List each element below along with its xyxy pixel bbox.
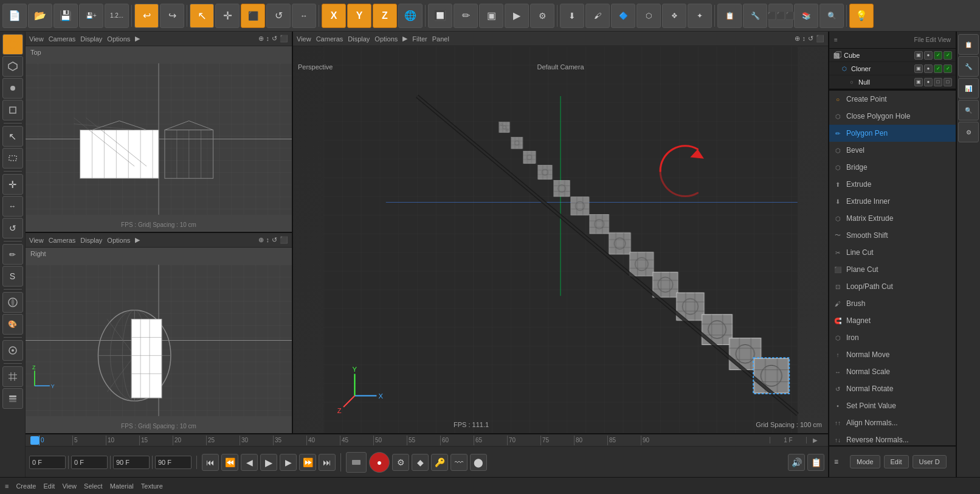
loop-path-cut-item[interactable]: ⊡ Loop/Path Cut xyxy=(829,278,956,295)
options-timeline-button[interactable]: ⚙ xyxy=(392,454,409,471)
brush-item[interactable]: 🖌 Brush xyxy=(829,295,956,312)
spline-button[interactable]: S xyxy=(2,266,23,287)
attr-button[interactable]: 🔧 xyxy=(743,4,767,28)
cube-green-button[interactable]: ✓ xyxy=(934,51,942,60)
persp-full-icon[interactable]: ⬛ xyxy=(816,35,824,43)
far-right-btn-1[interactable]: 📋 xyxy=(958,34,979,55)
material-button[interactable] xyxy=(2,292,23,313)
record-button[interactable]: ● xyxy=(369,452,390,473)
top-full-icon[interactable]: ⬛ xyxy=(280,35,288,43)
plane-cut-item[interactable]: ⬛ Plane Cut xyxy=(829,261,956,278)
top-cameras-menu[interactable]: Cameras xyxy=(49,35,76,43)
right-rot-icon[interactable]: ↺ xyxy=(272,236,277,244)
cloner-vis-button[interactable]: ▣ xyxy=(914,64,923,73)
layers2-button[interactable] xyxy=(2,388,23,409)
right-pan-icon[interactable]: ⊕ xyxy=(258,236,264,244)
anim2-button[interactable]: ⬛⬛⬛ xyxy=(768,4,793,28)
timeline-cursor[interactable] xyxy=(30,436,39,445)
null-object-item[interactable]: ○ Null ▣ ● □ □ xyxy=(829,75,956,89)
right-options-menu[interactable]: Options xyxy=(107,237,130,244)
move-tool-button[interactable]: ↩ xyxy=(134,4,159,28)
set-point-value-item[interactable]: • Set Point Value xyxy=(829,397,956,414)
tick-75[interactable]: 75 xyxy=(540,436,574,445)
right-view-menu[interactable]: View xyxy=(29,237,44,244)
smooth-shift-item[interactable]: 〜 Smooth Shift xyxy=(829,227,956,244)
prev-key-button[interactable]: ⏪ xyxy=(221,454,238,471)
world-button[interactable]: 🌐 xyxy=(398,4,423,28)
view3d-button[interactable]: 🔲 xyxy=(428,4,452,28)
select-button[interactable]: ↖ xyxy=(190,4,214,28)
pen-tool-button[interactable]: ✏ xyxy=(2,244,23,265)
render-settings-button[interactable]: ⚙ xyxy=(530,4,554,28)
move-tool2-button[interactable]: ✛ xyxy=(2,174,23,195)
tick-45[interactable]: 45 xyxy=(340,436,373,445)
redo-button[interactable]: ↪ xyxy=(160,4,184,28)
top-viewport[interactable]: View Cameras Display Options ▶ ⊕ ↕ ↺ ⬛ T… xyxy=(26,32,292,233)
user-d-button[interactable]: User D xyxy=(913,455,947,468)
null-grey-button[interactable]: □ xyxy=(934,78,942,86)
timeline-motion-button[interactable]: 〰 xyxy=(450,454,468,471)
tick-10[interactable]: 10 xyxy=(106,436,139,445)
right-display-menu[interactable]: Display xyxy=(80,237,102,244)
bottom-texture-menu[interactable]: Texture xyxy=(141,482,163,490)
extrude-inner-item[interactable]: ⬇ Extrude Inner xyxy=(829,193,956,210)
extrude-item[interactable]: ⬆ Extrude xyxy=(829,176,956,193)
next-key-button[interactable]: ⏩ xyxy=(299,454,316,471)
goto-start-button[interactable]: ⏮ xyxy=(202,454,219,471)
rotate-button[interactable]: ↺ xyxy=(266,4,291,28)
texture-button[interactable]: 🎨 xyxy=(2,314,23,335)
tick-35[interactable]: 35 xyxy=(273,436,306,445)
rp-collapse-icon[interactable]: ≡ xyxy=(834,457,846,466)
top-rot-icon[interactable]: ↺ xyxy=(272,35,277,43)
tick-80[interactable]: 80 xyxy=(574,436,607,445)
top-options-menu[interactable]: Options xyxy=(107,35,130,43)
edge-mode-button[interactable] xyxy=(2,56,23,77)
right-full-icon[interactable]: ⬛ xyxy=(280,236,288,244)
line-cut-item[interactable]: ✂ Line Cut xyxy=(829,244,956,261)
render-prev-button[interactable]: ▣ xyxy=(479,4,503,28)
tick-30[interactable]: 30 xyxy=(240,436,273,445)
tick-65[interactable]: 65 xyxy=(474,436,507,445)
tick-40[interactable]: 40 xyxy=(306,436,340,445)
bevel-item[interactable]: ⬡ Bevel xyxy=(829,142,956,159)
z-axis-button[interactable]: Z xyxy=(373,4,397,28)
save-incr-button[interactable]: 💾+ xyxy=(79,4,103,28)
tick-55[interactable]: 55 xyxy=(407,436,440,445)
fps-input[interactable] xyxy=(155,456,192,469)
null-render-button[interactable]: ● xyxy=(924,78,933,86)
scale-tool-button[interactable]: ↔ xyxy=(2,196,23,217)
bottom-select-menu[interactable]: Select xyxy=(84,482,103,490)
cloner-green-button[interactable]: ✓ xyxy=(934,64,942,73)
timeline-key-button[interactable]: 🔑 xyxy=(431,454,448,471)
tick-5[interactable]: 5 xyxy=(72,436,106,445)
cube-render-button[interactable]: ● xyxy=(924,51,933,60)
persp-options-menu[interactable]: Options xyxy=(374,35,398,43)
cube-green2-button[interactable]: ✓ xyxy=(944,51,952,60)
tick-60[interactable]: 60 xyxy=(440,436,474,445)
persp-pan-icon[interactable]: ⊕ xyxy=(795,35,800,43)
cloner-render-button[interactable]: ● xyxy=(924,64,933,73)
y-axis-button[interactable]: Y xyxy=(347,4,371,28)
cube-object-item[interactable]: Cube ▣ ● ✓ ✓ xyxy=(829,49,956,62)
mograph-button[interactable]: ❖ xyxy=(662,4,686,28)
object-manager-button[interactable]: 📋 xyxy=(717,4,742,28)
paint-button[interactable]: ✏ xyxy=(454,4,478,28)
right-expand[interactable]: ▶ xyxy=(135,236,140,244)
layers-button[interactable]: 📚 xyxy=(794,4,818,28)
hair-button[interactable]: ⬡ xyxy=(637,4,661,28)
start-frame-input[interactable] xyxy=(71,456,108,469)
bottom-edit-menu[interactable]: Edit xyxy=(43,482,55,490)
point-mode-button[interactable] xyxy=(2,78,23,99)
bridge-item[interactable]: ⬡ Bridge xyxy=(829,159,956,176)
snap-button[interactable] xyxy=(2,340,23,361)
top-zoom-icon[interactable]: ↕ xyxy=(266,35,270,43)
align-normals-item[interactable]: ↑↑ Align Normals... xyxy=(829,414,956,431)
playback-icon-button[interactable] xyxy=(346,452,367,473)
normal-move-item[interactable]: ↑ Normal Move xyxy=(829,346,956,363)
null-vis-button[interactable]: ▣ xyxy=(914,78,923,86)
end-frame-input[interactable] xyxy=(113,456,150,469)
step-back-button[interactable]: ◀ xyxy=(241,454,258,471)
tick-90[interactable]: 90 xyxy=(641,436,674,445)
step-forward-button[interactable]: ▶ xyxy=(280,454,297,471)
normal-rotate-item[interactable]: ↺ Normal Rotate xyxy=(829,380,956,397)
